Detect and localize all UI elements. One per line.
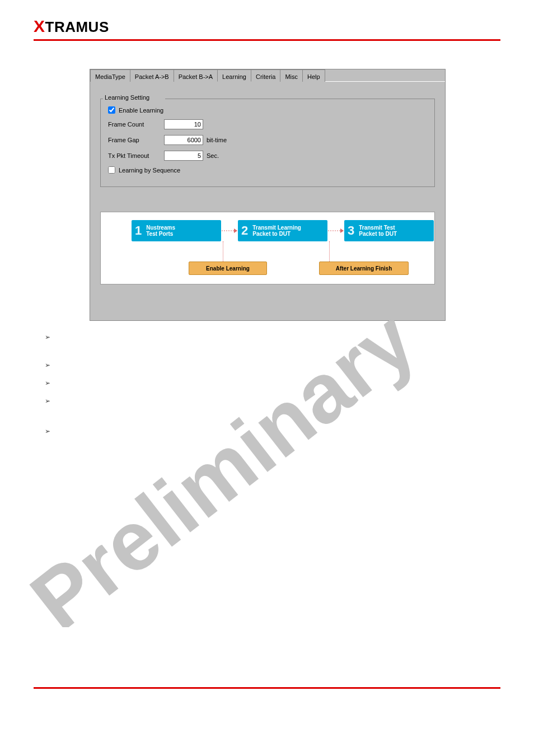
tab-packet-ab[interactable]: Packet A->B: [130, 69, 174, 82]
flow-step-1: 1 Nustreams Test Ports: [132, 220, 221, 241]
bullet-item: ➢: [45, 397, 534, 405]
step-number: 2: [241, 223, 248, 238]
flow-badge-after-finish: After Learning Finish: [319, 262, 409, 275]
step-line1: Nustreams: [146, 225, 175, 231]
step-line1: Transmit Test: [359, 225, 395, 231]
step-number: 1: [135, 223, 142, 238]
step-line2: Test Ports: [146, 231, 173, 237]
step-text: Transmit Test Packet to DUT: [359, 225, 397, 237]
flow-arrow-2: [328, 228, 344, 234]
fieldset-legend: Learning Setting: [104, 94, 151, 101]
fieldset-border: [100, 99, 435, 187]
tab-label: Criteria: [256, 73, 275, 80]
flow-step-3: 3 Transmit Test Packet to DUT: [344, 220, 434, 241]
step-line2: Packet to DUT: [359, 231, 397, 237]
tab-label: Misc: [285, 73, 298, 80]
tab-learning[interactable]: Learning: [217, 69, 251, 82]
tab-help[interactable]: Help: [302, 69, 325, 82]
flow-badge-enable-learning: Enable Learning: [189, 262, 267, 275]
step-text: Nustreams Test Ports: [146, 225, 175, 237]
tab-label: Packet A->B: [135, 73, 169, 80]
logo-x: X: [34, 17, 45, 35]
tab-misc[interactable]: Misc: [280, 69, 303, 82]
bullet-list: ➢ ➢ ➢ ➢ ➢: [45, 333, 534, 435]
flow-step-2: 2 Transmit Learning Packet to DUT: [238, 220, 327, 241]
tab-label: Learning: [222, 73, 246, 80]
svg-marker-3: [340, 228, 344, 233]
header-rule: [34, 39, 500, 41]
badge-label: Enable Learning: [206, 265, 250, 272]
logo: XTRAMUS: [34, 17, 500, 36]
flow-inner: 1 Nustreams Test Ports 2 Transmit Learni…: [101, 212, 434, 284]
flow-arrow-1: [222, 228, 237, 234]
page-header: XTRAMUS: [0, 0, 534, 36]
bullet-item: ➢: [45, 361, 534, 369]
badge-label: After Learning Finish: [336, 265, 392, 272]
step-line2: Packet to DUT: [252, 231, 291, 237]
dialog-panel: MediaType Packet A->B Packet B->A Learni…: [90, 69, 446, 321]
tab-label: Help: [307, 73, 320, 80]
tab-label: Packet B->A: [179, 73, 213, 80]
step-text: Transmit Learning Packet to DUT: [252, 225, 301, 237]
step-number: 3: [348, 223, 354, 238]
bullet-item: ➢: [45, 333, 534, 341]
logo-rest: TRAMUS: [45, 18, 109, 35]
footer-rule: [34, 687, 500, 689]
learning-setting-fieldset: Learning Setting Enable Learning Frame C…: [100, 99, 435, 187]
dialog-wrap: MediaType Packet A->B Packet B->A Learni…: [90, 69, 446, 321]
step-line1: Transmit Learning: [252, 225, 301, 231]
flow-diagram: 1 Nustreams Test Ports 2 Transmit Learni…: [100, 212, 435, 284]
svg-marker-1: [234, 228, 237, 233]
tab-label: MediaType: [95, 73, 125, 80]
tab-bar: MediaType Packet A->B Packet B->A Learni…: [90, 69, 445, 82]
bullet-item: ➢: [45, 427, 534, 435]
tab-mediatype[interactable]: MediaType: [90, 69, 130, 82]
tab-criteria[interactable]: Criteria: [251, 69, 280, 82]
bullet-item: ➢: [45, 379, 534, 387]
tab-packet-ba[interactable]: Packet B->A: [174, 69, 218, 82]
